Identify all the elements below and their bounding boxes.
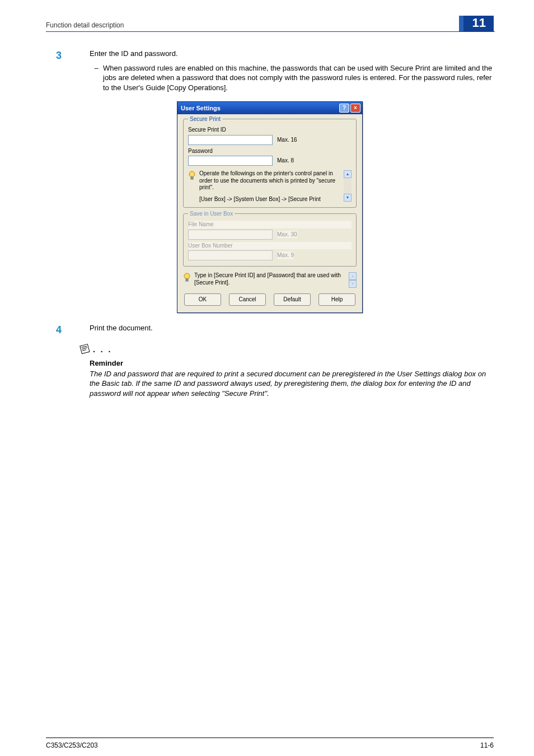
save-box-legend: Save in User Box (188, 210, 235, 218)
file-name-label: File Name (188, 221, 352, 228)
footer-model: C353/C253/C203 (46, 741, 98, 749)
footer-page-number: 11-6 (480, 741, 494, 749)
reminder-body: The ID and password that are required to… (90, 369, 494, 399)
close-icon[interactable]: × (350, 104, 360, 113)
password-label: Password (188, 147, 352, 155)
user-settings-dialog: User Settings ? × Secure Print Secure Pr… (177, 101, 363, 313)
dialog-title: User Settings (181, 104, 221, 113)
secure-print-id-label: Secure Print ID (188, 126, 352, 134)
secure-print-info-2: [User Box] -> [System User Box] -> [Secu… (199, 196, 343, 203)
svg-point-0 (189, 171, 195, 177)
svg-line-6 (82, 348, 87, 349)
chapter-number-badge: 11 (459, 16, 494, 31)
lightbulb-icon (183, 273, 191, 288)
step-4: 4 Print the document. (46, 323, 494, 337)
save-in-user-box-group: Save in User Box File Name Max. 30 User … (183, 213, 357, 267)
note-icon (78, 342, 92, 358)
user-box-number-hint: Max. 9 (277, 251, 294, 259)
svg-rect-1 (191, 177, 193, 179)
secure-print-legend: Secure Print (188, 115, 222, 123)
lightbulb-icon (188, 171, 196, 202)
default-button[interactable]: Default (274, 293, 311, 306)
breadcrumb: Function detail description (46, 21, 124, 31)
password-hint: Max. 8 (277, 157, 294, 165)
step-3: 3 Enter the ID and password. – When pass… (46, 49, 494, 95)
scroll-down-icon[interactable]: ▾ (344, 194, 352, 202)
svg-line-7 (82, 350, 86, 351)
help-icon[interactable]: ? (339, 104, 349, 113)
step-subtext: When password rules are enabled on this … (103, 63, 494, 93)
user-box-number-input (188, 250, 273, 260)
svg-line-5 (82, 346, 87, 348)
scroll-up-icon[interactable]: ▴ (349, 272, 357, 280)
password-input[interactable] (188, 156, 273, 166)
secure-print-info-1: Operate the followings on the printer's … (199, 170, 343, 192)
file-name-input (188, 230, 273, 240)
note-dots: . . . (93, 344, 112, 356)
secure-print-id-hint: Max. 16 (277, 136, 297, 144)
ok-button[interactable]: OK (184, 293, 221, 306)
cancel-button[interactable]: Cancel (229, 293, 266, 306)
header-rule (46, 31, 495, 32)
info-scrollbar[interactable]: ▴ ▾ (344, 170, 352, 202)
bottom-info-scrollbar[interactable]: ▴ ▾ (349, 272, 357, 288)
svg-rect-4 (80, 344, 90, 354)
step-number: 4 (46, 323, 90, 337)
bullet-dash: – (90, 63, 103, 93)
file-name-hint: Max. 30 (277, 231, 297, 239)
bottom-info-text: Type in [Secure Print ID] and [Password]… (194, 272, 348, 286)
secure-print-id-input[interactable] (188, 135, 273, 145)
step-text: Print the document. (90, 323, 494, 333)
svg-point-2 (184, 273, 190, 279)
help-button[interactable]: Help (318, 293, 355, 306)
secure-print-group: Secure Print Secure Print ID Max. 16 Pas… (183, 119, 357, 208)
scroll-down-icon[interactable]: ▾ (349, 280, 357, 288)
reminder-title: Reminder (90, 358, 494, 368)
user-box-number-label: User Box Number (188, 242, 352, 250)
scroll-up-icon[interactable]: ▴ (344, 170, 352, 178)
step-number: 3 (46, 49, 90, 95)
svg-rect-3 (186, 279, 188, 281)
step-text: Enter the ID and password. (90, 49, 494, 59)
